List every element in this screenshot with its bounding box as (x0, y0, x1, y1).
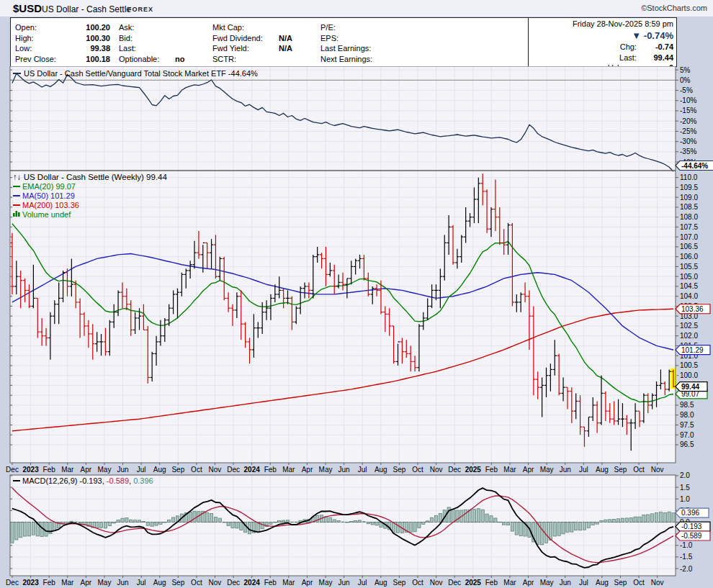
x-axis-month-label: Mar (503, 579, 516, 587)
x-axis-month-label: Oct (412, 579, 423, 587)
quote-field-value: N/A (279, 44, 312, 53)
x-axis-month-label: Jul (579, 466, 588, 474)
x-axis-month-label: Apr (302, 579, 313, 587)
x-axis-month-label: Nov (651, 579, 664, 587)
y-axis-tick-label: 104.5 (680, 282, 698, 290)
x-axis-month-label: Apr (81, 466, 92, 474)
x-axis-month-label: Nov (651, 466, 664, 474)
down-arrow-icon: ▼ (632, 30, 641, 41)
y-axis-tick-label: 98.5 (680, 401, 694, 409)
quote-field-label: Prev Close: (15, 55, 74, 63)
page-title: US Dollar - Cash Settle (42, 4, 131, 14)
x-axis-month-label: Oct (191, 579, 202, 587)
quote-column-0: Open:100.20High:100.30Low:99.38Prev Clos… (11, 22, 110, 66)
quote-row: Next Earnings: (320, 54, 421, 65)
y-axis-tick-label: 100.0 (680, 371, 698, 379)
quote-row: Fwd Yield:N/A (212, 43, 312, 54)
x-axis-month-label: May (97, 579, 111, 587)
x-axis-month-label: Nov (209, 579, 222, 587)
y-axis-tick-label: 109.0 (680, 194, 698, 202)
y-axis-tick-label: 106.5 (680, 243, 698, 250)
legend-item-label: EMA(20) 99.07 (22, 182, 76, 191)
quote-field-label: Last Earnings: (320, 44, 393, 53)
quote-field-label: Optionable: (119, 55, 175, 63)
quote-field-label: Bid: (119, 34, 175, 42)
x-axis-month-label: Jun (338, 466, 350, 474)
x-axis-strip-0: Dec2023FebMarAprMayJunJulAugSepOctNovDec… (6, 463, 663, 474)
symbol-label: $USD (13, 2, 42, 14)
quote-columns: Open:100.20High:100.30Low:99.38Prev Clos… (11, 18, 528, 66)
y-axis-tick-label: 5% (680, 66, 691, 74)
y-axis-tick-label: -10% (680, 96, 696, 104)
x-axis-month-label: 2025 (465, 579, 482, 587)
y-axis-tick-label: -25% (680, 127, 696, 135)
x-axis-month-label: Jun (117, 579, 128, 587)
x-axis-strip-1: Dec2023FebMarAprMayJunJulAugSepOctNovDec… (6, 576, 663, 587)
quote-row: Mkt Cap: (212, 22, 312, 33)
y-axis-tick-label: 97.0 (680, 431, 694, 439)
y-axis-tick-label: 110.0 (680, 173, 698, 181)
x-axis-month-label: Jul (137, 579, 146, 587)
x-axis-month-label: Oct (633, 466, 645, 474)
y-axis-tick-label: 2.0 (680, 471, 690, 479)
x-axis-month-label: 2024 (244, 466, 261, 474)
quote-row: EPS: (320, 33, 421, 44)
x-axis-month-label: Oct (633, 579, 645, 587)
percent-change-value: -0.74% (644, 30, 673, 41)
x-axis-month-label: Jun (338, 579, 350, 587)
quote-datetime: Friday 28-Nov-2025 8:59 pm (529, 19, 673, 30)
price-label-text: 103.36 (681, 305, 704, 313)
x-axis-month-label: Aug (596, 579, 609, 587)
quote-field-label: Fwd Yield: (212, 44, 279, 53)
x-axis-month-label: Dec (6, 466, 19, 474)
macd-legend: MACD(12,26,9) -0.193, -0.589, 0.396 (13, 476, 153, 485)
quote-field-label: Low: (15, 44, 74, 53)
x-axis-month-label: Feb (43, 579, 56, 587)
price-panel-title: ↑↓ US Dollar - Cash Settle (Weekly) 99.4… (13, 173, 167, 181)
y-axis-tick-label: 96.5 (680, 440, 694, 448)
quote-field-label: Mkt Cap: (212, 23, 279, 32)
quote-field-label: Next Earnings: (320, 55, 393, 63)
x-axis-month-label: Jul (579, 579, 588, 587)
quote-field-value: 100.30 (74, 34, 110, 42)
y-axis-tick-label: 100.5 (680, 361, 698, 369)
x-axis-month-label: Sep (393, 579, 405, 587)
x-axis-month-label: 2023 (22, 466, 39, 474)
quote-field-label: Fwd Dividend: (212, 34, 279, 42)
y-axis-tick-label: 0% (680, 76, 691, 84)
ratio-panel-title: US Dollar - Cash Settle/Vanguard Total S… (24, 69, 258, 78)
y-axis-tick-label: 97.5 (680, 421, 694, 429)
copyright-label: ©StockCharts.com (641, 4, 707, 12)
quote-row: Open:100.20 (15, 22, 110, 33)
chart-canvas[interactable]: 5%0%-5%-10%-15%-20%-25%-30%-35%-40%96.59… (0, 66, 713, 588)
x-axis-month-label: Jun (560, 466, 571, 474)
y-axis-tick-label: 105.0 (680, 273, 698, 281)
x-axis-month-label: Sep (171, 579, 184, 587)
quote-right-section: Friday 28-Nov-2025 8:59 pm ▼ -0.74% Chg:… (528, 18, 676, 66)
x-axis-month-label: 2023 (22, 579, 39, 587)
x-axis-month-label: May (319, 579, 333, 587)
quote-row: Last: (119, 43, 204, 54)
y-axis-tick-label: 1.0 (680, 495, 690, 503)
y-axis-tick-label: -1.5 (680, 553, 693, 561)
y-axis-tick-label: 106.0 (680, 253, 698, 261)
x-axis-month-label: Dec (448, 466, 461, 474)
y-axis-tick-label: 98.0 (680, 411, 694, 419)
x-axis-month-label: Mar (282, 579, 295, 587)
x-axis-month-label: Mar (282, 466, 295, 474)
quote-column-3: P/E:EPS:Last Earnings:Next Earnings: (312, 22, 421, 66)
x-axis-month-label: Dec (227, 466, 240, 474)
y-axis-tick-label: -5% (680, 86, 693, 94)
quote-row: Low:99.38 (15, 43, 110, 54)
quote-field-label: Open: (15, 23, 74, 32)
y-axis-tick-label: 105.5 (680, 263, 698, 271)
price-label-text: 101.29 (681, 346, 704, 354)
y-axis-tick-label: 107.0 (680, 233, 698, 241)
quote-field-value: 100.18 (74, 55, 110, 63)
legend-item-label: MA(200) 103.36 (22, 201, 79, 209)
legend-item-label: MA(50) 101.29 (22, 191, 75, 200)
quote-field-label: Ask: (119, 23, 175, 32)
x-axis-month-label: Feb (264, 579, 277, 587)
x-axis-month-label: Dec (448, 579, 461, 587)
y-axis-tick-label: 107.5 (680, 223, 698, 231)
